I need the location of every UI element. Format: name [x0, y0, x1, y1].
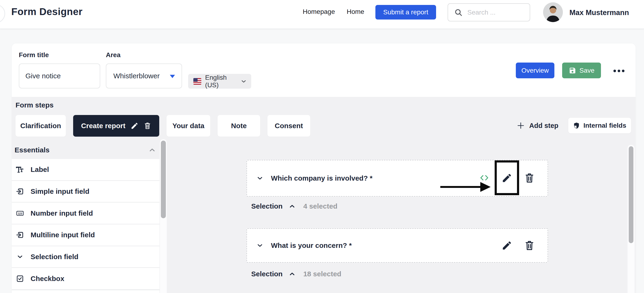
- sidebar-item-text: Selection field: [30, 253, 78, 261]
- field-type-label: Selection: [251, 270, 282, 278]
- chevron-down-icon: [16, 253, 24, 261]
- sidebar-item-checkbox[interactable]: Checkbox: [12, 267, 160, 289]
- essentials-title: Essentials: [14, 146, 50, 154]
- app-header: Form Designer Homepage Home Submit a rep…: [0, 0, 644, 29]
- sidebar-item-label[interactable]: Label: [12, 159, 160, 180]
- step-label: Create report: [81, 122, 125, 130]
- chevron-down-icon: [240, 78, 247, 85]
- chevron-up-icon[interactable]: [148, 146, 156, 154]
- annotation-arrow-head: [480, 182, 491, 192]
- trash-icon[interactable]: [524, 172, 535, 184]
- language-selector[interactable]: English (US): [188, 74, 251, 89]
- step-clarification[interactable]: Clarification: [16, 115, 66, 136]
- checkbox-icon: [16, 275, 24, 283]
- number-icon-text: 123: [18, 212, 22, 215]
- area-selected-value: Whistlerblower: [113, 72, 160, 80]
- code-brackets-icon[interactable]: [479, 173, 490, 182]
- internal-fields-label: Internal fields: [583, 122, 626, 129]
- plus-icon: [516, 121, 525, 130]
- chevron-down-icon[interactable]: [256, 242, 264, 250]
- search-icon: [454, 8, 463, 17]
- nav-link-home[interactable]: Home: [347, 8, 364, 16]
- area-label: Area: [106, 51, 120, 59]
- field-title: What is your concern? *: [271, 242, 352, 250]
- overview-button[interactable]: Overview: [516, 62, 554, 78]
- dropdown-caret-icon: [170, 75, 175, 78]
- annotation-highlight-box: [495, 160, 519, 195]
- input-arrow-icon: [16, 231, 24, 239]
- chevron-up-icon[interactable]: [288, 202, 296, 210]
- search-box[interactable]: [448, 3, 530, 22]
- internal-fields-button[interactable]: Internal fields: [568, 118, 631, 133]
- selected-count: 18 selected: [303, 270, 341, 278]
- field-title: Which company is involved? *: [271, 174, 372, 182]
- chevron-up-icon[interactable]: [288, 270, 296, 278]
- field-type-label: Selection: [251, 202, 282, 210]
- input-arrow-icon: [16, 188, 24, 196]
- save-button-label: Save: [580, 67, 594, 74]
- floppy-disk-icon: [569, 67, 576, 74]
- more-menu-button[interactable]: [614, 70, 624, 72]
- shield-icon: [573, 122, 580, 129]
- ellipsis-icon: [614, 70, 616, 72]
- user-name: Max Mustermann: [570, 8, 629, 17]
- sidebar-item-simple-input[interactable]: Simple input field: [12, 180, 160, 202]
- sidebar-group-essentials[interactable]: Essentials: [12, 141, 160, 159]
- sidebar-item-text: Label: [30, 166, 49, 174]
- pencil-icon[interactable]: [130, 122, 138, 130]
- nav-link-homepage[interactable]: Homepage: [303, 8, 335, 16]
- sidebar-item-multiline-input[interactable]: Multiline input field: [12, 224, 160, 246]
- page-title: Form Designer: [11, 6, 82, 18]
- typography-icon: [16, 166, 24, 174]
- trash-icon[interactable]: [524, 240, 535, 251]
- sidebar-item-text: Number input field: [30, 209, 93, 217]
- step-consent[interactable]: Consent: [268, 115, 310, 136]
- area-select[interactable]: Whistlerblower: [106, 64, 182, 88]
- step-note[interactable]: Note: [218, 115, 260, 136]
- number-123-icon: 123: [16, 209, 24, 217]
- chevron-down-icon[interactable]: [256, 174, 264, 182]
- form-title-input[interactable]: [19, 64, 100, 88]
- submit-report-button[interactable]: Submit a report: [376, 5, 436, 20]
- trash-icon[interactable]: [144, 122, 151, 130]
- pencil-icon[interactable]: [502, 240, 512, 251]
- step-your-data[interactable]: Your data: [166, 115, 210, 136]
- form-steps-row: Clarification Create report Your data No…: [16, 115, 310, 136]
- sidebar-item-partial: [12, 290, 160, 293]
- field-type-row: Selection 18 selected: [251, 269, 341, 279]
- selected-count: 4 selected: [303, 202, 337, 210]
- field-type-row: Selection 4 selected: [251, 201, 337, 212]
- canvas-scrollbar-thumb[interactable]: [629, 146, 634, 243]
- add-step-button[interactable]: Add step: [516, 120, 558, 132]
- search-input[interactable]: [467, 9, 525, 16]
- add-step-label: Add step: [529, 122, 558, 130]
- language-label: English (US): [205, 74, 236, 89]
- save-button[interactable]: Save: [562, 62, 601, 78]
- us-flag-icon: [193, 78, 201, 85]
- sidebar-item-text: Checkbox: [30, 275, 64, 283]
- sidebar-item-text: Simple input field: [30, 188, 90, 196]
- form-steps-title: Form steps: [16, 101, 54, 109]
- step-create-report[interactable]: Create report: [73, 115, 159, 136]
- decorative-circle: [0, 4, 5, 23]
- sidebar-item-selection-field[interactable]: Selection field: [12, 246, 160, 268]
- sidebar-item-text: Multiline input field: [30, 231, 95, 239]
- form-designer-app: Form Designer Homepage Home Submit a rep…: [0, 0, 644, 293]
- sidebar-item-number-input[interactable]: 123 Number input field: [12, 202, 160, 224]
- avatar[interactable]: [543, 2, 563, 22]
- component-sidebar: Label Simple input field 123 Number inpu…: [12, 159, 160, 289]
- form-title-label: Form title: [19, 51, 49, 59]
- annotation-arrow-line: [440, 186, 481, 188]
- sidebar-scrollbar-thumb[interactable]: [161, 140, 166, 218]
